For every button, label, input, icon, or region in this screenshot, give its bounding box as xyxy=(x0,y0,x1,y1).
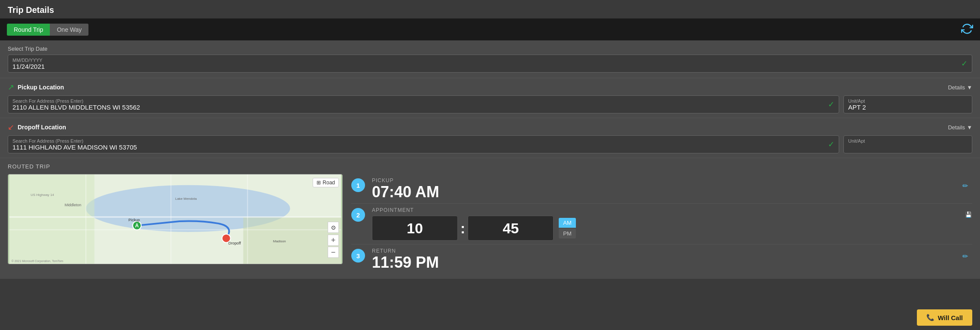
pickup-edit-button[interactable]: ✏ xyxy=(958,182,972,190)
routed-trip-content: A Pickup Dropoff Middleton US Highway 14… xyxy=(8,174,972,274)
dropoff-address-placeholder: Search For Address (Press Enter) xyxy=(12,138,823,144)
appointment-step-circle: 2 xyxy=(351,208,365,222)
appointment-inputs: : AM PM xyxy=(372,216,965,241)
pickup-header: ↗ Pickup Location Details ▼ xyxy=(8,82,972,92)
dropoff-header-left: ↙ Dropoff Location xyxy=(8,122,66,132)
date-checkmark: ✓ xyxy=(961,59,968,68)
pickup-unit-apt-wrapper: Unit/Apt xyxy=(843,95,972,113)
routed-trip-section: ROUTED TRIP A xyxy=(0,158,980,279)
pickup-time-display: 07:40 AM xyxy=(372,184,958,200)
pickup-header-left: ↗ Pickup Location xyxy=(8,82,64,92)
dropoff-inputs-row: Search For Address (Press Enter) ✓ Unit/… xyxy=(8,135,972,153)
dropoff-details-chevron-icon: ▼ xyxy=(967,124,972,131)
pickup-address-wrapper: Search For Address (Press Enter) ✓ xyxy=(8,95,839,113)
map-road-icon: ⊞ xyxy=(317,180,321,186)
pickup-schedule-row: 1 PICKUP 07:40 AM ✏ xyxy=(351,174,972,204)
one-way-button[interactable]: One Way xyxy=(50,24,88,36)
appointment-save-icon: 💾 xyxy=(965,211,972,218)
map-locate-icon: ⊙ xyxy=(331,224,336,231)
pickup-inputs-row: Search For Address (Press Enter) ✓ Unit/… xyxy=(8,95,972,113)
refresh-button[interactable] xyxy=(961,23,973,36)
map-container[interactable]: A Pickup Dropoff Middleton US Highway 14… xyxy=(8,174,343,264)
appointment-content: APPOINTMENT : AM PM xyxy=(372,207,965,241)
appointment-minute-input[interactable] xyxy=(468,216,554,241)
appointment-hour-input[interactable] xyxy=(372,216,458,241)
appointment-label: APPOINTMENT xyxy=(372,207,965,213)
page-title: Trip Details xyxy=(0,0,980,18)
will-call-label: Will Call xyxy=(938,314,963,321)
return-step-circle: 3 xyxy=(351,249,365,263)
routed-trip-title: ROUTED TRIP xyxy=(8,163,972,170)
map-locate-button[interactable]: ⊙ xyxy=(328,222,339,233)
svg-text:US Highway 14: US Highway 14 xyxy=(30,193,54,197)
pickup-details-label: Details xyxy=(948,84,965,91)
pickup-unit-apt-placeholder: Unit/Apt xyxy=(848,98,968,104)
svg-text:Pickup: Pickup xyxy=(128,218,140,222)
dropoff-details-label: Details xyxy=(948,124,965,131)
return-schedule-row: 3 RETURN 11:59 PM ✏ xyxy=(351,244,972,274)
pm-button[interactable]: PM xyxy=(559,229,576,238)
return-schedule-content: RETURN 11:59 PM xyxy=(372,248,958,270)
map-svg: A Pickup Dropoff Middleton US Highway 14… xyxy=(8,174,342,264)
dropoff-header: ↙ Dropoff Location Details ▼ xyxy=(8,122,972,132)
schedule-panel: 1 PICKUP 07:40 AM ✏ 2 APPOINTMENT : xyxy=(351,174,972,274)
date-input[interactable] xyxy=(12,63,968,70)
svg-rect-2 xyxy=(9,174,94,264)
dropoff-unit-apt-wrapper: Unit/Apt xyxy=(843,135,972,153)
return-schedule-label: RETURN xyxy=(372,248,958,254)
return-edit-button[interactable]: ✏ xyxy=(958,252,972,260)
svg-text:Madison: Madison xyxy=(273,239,286,243)
pickup-address-checkmark: ✓ xyxy=(828,100,834,109)
pickup-address-input[interactable] xyxy=(12,104,823,111)
pickup-details-chevron-icon: ▼ xyxy=(967,84,972,91)
refresh-icon xyxy=(961,23,973,35)
map-zoom-plus-button[interactable]: + xyxy=(328,235,339,246)
top-bar: Round Trip One Way xyxy=(0,18,980,40)
dropoff-details-button[interactable]: Details ▼ xyxy=(948,124,972,131)
pickup-location-title: Pickup Location xyxy=(18,84,64,91)
appointment-save-button[interactable]: 💾 xyxy=(965,211,972,218)
pickup-schedule-content: PICKUP 07:40 AM xyxy=(372,177,958,200)
dropoff-location-title: Dropoff Location xyxy=(18,124,66,131)
bottom-bar: 📞 Will Call xyxy=(909,305,980,330)
date-placeholder: MM/DD/YYYY xyxy=(12,58,968,63)
phone-icon: 📞 xyxy=(926,314,934,321)
return-time-display: 11:59 PM xyxy=(372,255,958,270)
pickup-unit-apt-input[interactable] xyxy=(848,104,968,111)
svg-rect-3 xyxy=(243,217,341,264)
appointment-schedule-row: 2 APPOINTMENT : AM PM 💾 xyxy=(351,204,972,244)
pickup-schedule-label: PICKUP xyxy=(372,177,958,183)
dropoff-unit-apt-placeholder: Unit/Apt xyxy=(848,138,968,144)
will-call-button[interactable]: 📞 Will Call xyxy=(917,309,972,326)
time-colon: : xyxy=(460,220,465,237)
svg-text:Middleton: Middleton xyxy=(64,203,81,207)
am-button[interactable]: AM xyxy=(559,218,576,228)
am-pm-group: AM PM xyxy=(559,218,576,238)
pickup-location-section: ↗ Pickup Location Details ▼ Search For A… xyxy=(0,78,980,118)
pickup-step-circle: 1 xyxy=(351,178,365,192)
pickup-details-button[interactable]: Details ▼ xyxy=(948,84,972,91)
date-input-wrapper: MM/DD/YYYY ✓ xyxy=(8,55,972,73)
dropoff-unit-apt-input[interactable] xyxy=(848,144,968,151)
svg-text:© 2021 Microsoft Corporation, : © 2021 Microsoft Corporation, TomTom xyxy=(12,260,64,263)
svg-text:A: A xyxy=(135,223,139,229)
round-trip-button[interactable]: Round Trip xyxy=(7,24,50,36)
dropoff-address-wrapper: Search For Address (Press Enter) ✓ xyxy=(8,135,839,153)
return-edit-icon: ✏ xyxy=(962,253,968,260)
map-zoom-minus-button[interactable]: − xyxy=(328,247,339,258)
trip-date-section: Select Trip Date MM/DD/YYYY ✓ xyxy=(0,40,980,78)
trip-type-group: Round Trip One Way xyxy=(7,24,88,36)
pickup-address-placeholder: Search For Address (Press Enter) xyxy=(12,98,823,104)
dropoff-arrow-icon: ↙ xyxy=(8,122,14,132)
dropoff-address-input[interactable] xyxy=(12,144,823,151)
dropoff-location-section: ↙ Dropoff Location Details ▼ Search For … xyxy=(0,118,980,158)
map-road-button[interactable]: ⊞ Road xyxy=(313,178,339,187)
map-road-label: Road xyxy=(323,180,335,186)
dropoff-address-checkmark: ✓ xyxy=(828,140,834,149)
pickup-edit-icon: ✏ xyxy=(962,182,968,189)
svg-text:Dropoff: Dropoff xyxy=(228,241,241,245)
pickup-arrow-icon: ↗ xyxy=(8,82,14,92)
trip-date-label: Select Trip Date xyxy=(8,46,972,52)
svg-text:Lake Mendota: Lake Mendota xyxy=(175,197,197,201)
